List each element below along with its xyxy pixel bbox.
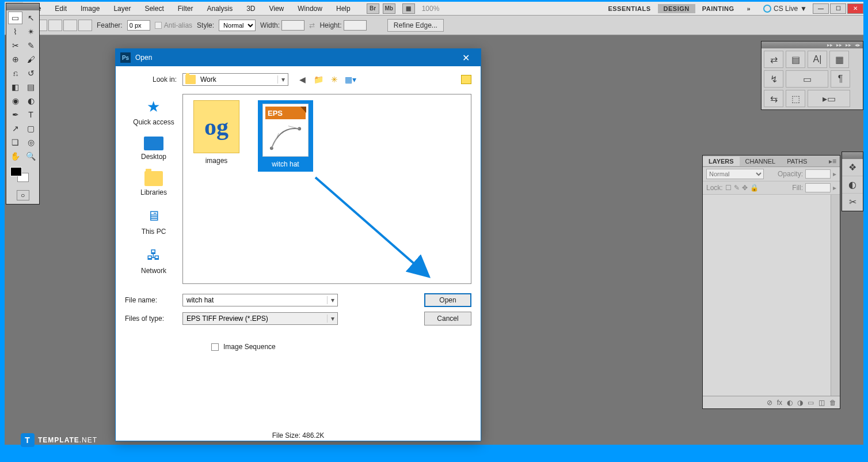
panel-icon-layers[interactable]: ❖: [842, 159, 863, 176]
group-icon[interactable]: ▭: [808, 399, 814, 407]
color-swatches[interactable]: [8, 166, 37, 187]
style-select[interactable]: Normal: [219, 20, 256, 31]
panel-icon-swatches[interactable]: ▦: [829, 51, 849, 68]
delete-layer-icon[interactable]: 🗑: [829, 399, 836, 407]
panel-icon-play[interactable]: ▸▭: [808, 90, 850, 107]
tab-paths[interactable]: PATHS: [781, 157, 813, 166]
filename-combo[interactable]: witch hat ▾: [182, 294, 338, 306]
app-minimize-button[interactable]: —: [813, 3, 829, 14]
menu-edit[interactable]: Edit: [48, 2, 74, 16]
type-tool[interactable]: T: [24, 108, 38, 121]
3d-camera-tool[interactable]: ◎: [24, 136, 38, 149]
selection-subtract-button[interactable]: [63, 20, 77, 31]
workspace-painting[interactable]: PAINTING: [696, 4, 740, 13]
brush-tool[interactable]: 🖌: [24, 53, 38, 66]
pen-tool[interactable]: ✒: [8, 108, 22, 121]
minibridge-launch-button[interactable]: Mb: [383, 3, 395, 14]
menu-layer[interactable]: Layer: [106, 2, 138, 16]
panel-icon-paths[interactable]: ✂: [842, 194, 863, 211]
view-menu-icon[interactable]: ▦▾: [345, 74, 356, 85]
new-layer-icon[interactable]: ◫: [818, 399, 825, 407]
panel-icon-character[interactable]: A|: [808, 51, 827, 68]
crop-tool[interactable]: ✂: [8, 39, 22, 52]
image-sequence-checkbox[interactable]: Image Sequence: [211, 343, 471, 351]
menu-filter[interactable]: Filter: [171, 2, 200, 16]
3d-tool[interactable]: ❏: [8, 136, 22, 149]
menu-help[interactable]: Help: [329, 2, 357, 16]
panel-icon-channels[interactable]: ◐: [842, 176, 863, 194]
cancel-button[interactable]: Cancel: [424, 312, 471, 325]
zoom-level[interactable]: 100%: [422, 5, 440, 13]
place-this-pc[interactable]: 🖥 This PC: [142, 207, 166, 236]
menu-analysis[interactable]: Analysis: [200, 2, 239, 16]
menu-window[interactable]: Window: [291, 2, 329, 16]
workspace-design[interactable]: DESIGN: [658, 4, 695, 13]
move-tool[interactable]: ↖: [24, 12, 38, 24]
layer-fx-icon[interactable]: fx: [777, 399, 782, 407]
lookin-combo[interactable]: Work ▾: [182, 73, 288, 86]
history-brush-tool[interactable]: ↺: [24, 67, 38, 79]
menu-image[interactable]: Image: [74, 2, 106, 16]
panel-icon-paragraph[interactable]: ¶: [831, 70, 850, 88]
dodge-tool[interactable]: ◐: [24, 94, 38, 107]
zoom-tool[interactable]: 🔍: [24, 150, 38, 162]
path-select-tool[interactable]: ↗: [8, 122, 22, 135]
link-layers-icon[interactable]: ⊘: [767, 399, 772, 407]
panel-icon-masks[interactable]: ↯: [764, 70, 783, 88]
eraser-tool[interactable]: ◧: [8, 81, 22, 93]
healing-tool[interactable]: ⊕: [8, 53, 22, 66]
nav-new-folder-icon[interactable]: ✳: [329, 74, 340, 85]
workspace-more-icon[interactable]: »: [741, 4, 756, 13]
feather-input[interactable]: [127, 20, 150, 31]
filetype-combo[interactable]: EPS TIFF Preview (*.EPS) ▾: [182, 312, 338, 325]
panel-close-icon[interactable]: ◂▸: [855, 42, 861, 48]
place-quick-access[interactable]: ★ Quick access: [133, 97, 174, 126]
panel-collapse-icon[interactable]: ▸▸: [836, 42, 842, 48]
cslive-button[interactable]: CS Live ▼: [763, 5, 807, 13]
quick-select-tool[interactable]: ✴: [24, 25, 38, 38]
adjustment-layer-icon[interactable]: ◑: [797, 399, 803, 407]
app-maximize-button[interactable]: ☐: [830, 3, 846, 14]
gradient-tool[interactable]: ▤: [24, 81, 38, 93]
file-list[interactable]: og images EPS witch hat: [182, 94, 471, 284]
hand-tool[interactable]: ✋: [8, 150, 22, 162]
panel-icon-adjustments[interactable]: ▤: [786, 51, 805, 68]
panel-icon-histogram[interactable]: ⇄: [764, 51, 783, 68]
bridge-launch-button[interactable]: Br: [367, 3, 379, 14]
file-item-witch-hat[interactable]: EPS witch hat: [258, 100, 313, 172]
panel-icon-tool-presets[interactable]: ⇆: [764, 90, 783, 107]
menu-select[interactable]: Select: [138, 2, 170, 16]
nav-back-icon[interactable]: ◀: [296, 74, 308, 85]
panel-collapse-icon[interactable]: ▸▸: [827, 42, 833, 48]
panel-collapse-icon[interactable]: ▸▸: [846, 42, 851, 48]
tab-channels[interactable]: CHANNEL: [740, 157, 782, 166]
panel-icon-navigator[interactable]: ▭: [786, 70, 828, 88]
panel-menu-icon[interactable]: ▸≡: [825, 157, 840, 165]
open-button[interactable]: Open: [424, 293, 471, 307]
nav-up-icon[interactable]: 📁: [313, 74, 324, 85]
view-extras-button[interactable]: ▦: [402, 3, 415, 14]
eyedropper-tool[interactable]: ✎: [24, 39, 38, 52]
refine-edge-button[interactable]: Refine Edge...: [387, 19, 444, 32]
selection-add-button[interactable]: [48, 20, 62, 31]
menu-3d[interactable]: 3D: [239, 2, 262, 16]
menu-view[interactable]: View: [262, 2, 291, 16]
lasso-tool[interactable]: ⌇: [8, 25, 22, 38]
blur-tool[interactable]: ◉: [8, 94, 22, 107]
foreground-color[interactable]: [10, 167, 22, 176]
selection-intersect-button[interactable]: [78, 20, 92, 31]
quick-mask-button[interactable]: ○: [17, 190, 29, 200]
place-desktop[interactable]: Desktop: [141, 137, 166, 161]
tab-layers[interactable]: LAYERS: [703, 157, 740, 166]
dialog-pin-icon[interactable]: [461, 75, 471, 84]
workspace-essentials[interactable]: ESSENTIALS: [602, 4, 656, 13]
shape-tool[interactable]: ▢: [24, 122, 38, 135]
place-libraries[interactable]: Libraries: [140, 171, 167, 196]
dialog-close-button[interactable]: ✕: [455, 49, 476, 66]
panel-icon-styles[interactable]: ⬚: [786, 90, 805, 107]
stamp-tool[interactable]: ⎌: [8, 67, 22, 79]
app-close-button[interactable]: ✕: [847, 3, 863, 14]
place-network[interactable]: 🖧 Network: [141, 246, 166, 275]
file-item-images[interactable]: og images: [189, 100, 244, 165]
scrollbar[interactable]: [831, 195, 840, 396]
